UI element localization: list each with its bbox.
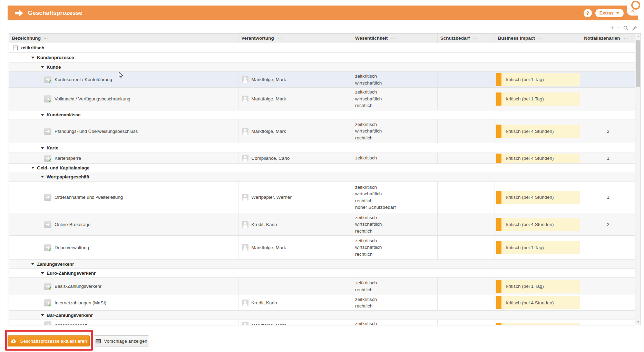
- table-cell: [581, 320, 635, 325]
- group-row-zeitkritisch[interactable]: zeitkritisch: [9, 43, 635, 53]
- settings-wrench-icon[interactable]: [632, 26, 637, 31]
- triangle-down-icon[interactable]: [41, 314, 44, 316]
- process-row-online-brokerage[interactable]: ➜Online-BrokerageKredit, Karinzeitkritis…: [9, 213, 635, 236]
- sort-arrows-icon: ▲▼: [277, 37, 282, 39]
- process-name: Orderannahme und -weiterleitung: [55, 195, 123, 200]
- help-button[interactable]: ?: [584, 9, 592, 17]
- table-cell: ➜Kassengeschäft: [9, 320, 238, 325]
- add-icon[interactable]: +: [611, 25, 614, 31]
- responsible-name: Marktfolge, Mark: [251, 77, 286, 82]
- process-row-internetzahlungen-masi-[interactable]: ➜✓Internetzahlungen (MaSI)Kredit, Karinz…: [9, 295, 635, 311]
- scenario-count: 2: [581, 129, 635, 134]
- group-label: zeitkritisch: [20, 45, 44, 50]
- triangle-down-icon[interactable]: [41, 66, 44, 68]
- process-row-basis-zahlungsverkehr[interactable]: ➜✓Basis-Zahlungsverkehrzeitkritischrecht…: [9, 278, 635, 295]
- business-impact-badge: kritisch (bei 4 Stunden): [496, 191, 580, 204]
- search-icon[interactable]: [623, 26, 628, 31]
- triangle-down-icon[interactable]: [31, 167, 35, 169]
- business-impact-badge: kritisch (bei 4 Stunden): [496, 125, 580, 138]
- table-cell: [438, 278, 495, 295]
- check-icon: ✓: [48, 98, 52, 104]
- table-cell: [581, 88, 635, 110]
- group-row-kundenanl-sse[interactable]: Kundenanlässe: [9, 110, 635, 119]
- table-cell: [438, 119, 495, 143]
- process-row-pf-ndungs-und-berweisungsbeschluss[interactable]: ➜Pfändungs- und ÜberweisungsbeschlussMar…: [9, 119, 635, 143]
- extras-button[interactable]: Extras: [595, 9, 624, 17]
- process-name: Pfändungs- und Überweisungsbeschluss: [55, 129, 138, 134]
- group-row-kundenprozesse[interactable]: Kundenprozesse: [9, 53, 635, 62]
- module-header: Geschäftsprozesse ? Extras ×: [8, 6, 638, 20]
- show-suggestions-button[interactable]: Vorschläge anzeigen: [94, 335, 149, 346]
- update-processes-button[interactable]: Geschäftsprozesse aktualisieren: [8, 335, 90, 346]
- triangle-down-icon[interactable]: [31, 57, 35, 59]
- table-cell: ➜Online-Brokerage: [9, 213, 238, 235]
- process-arrow-icon: ➜✓: [44, 76, 51, 83]
- responsible-name: Marktfolge, Mark: [251, 323, 286, 325]
- materiality-value: wirtschaftlich: [355, 80, 382, 87]
- column-header-business-impact[interactable]: Business Impact▲▼: [495, 33, 581, 43]
- process-row-orderannahme-und-weiterleitung[interactable]: ➜Orderannahme und -weiterleitungWertpapi…: [9, 182, 635, 213]
- column-label: Bezeichnung: [12, 36, 41, 41]
- process-row-depotverwaltung[interactable]: ➜✓DepotverwaltungMarktfolge, Markzeitkri…: [9, 236, 635, 260]
- materiality-value: rechtlich: [355, 135, 382, 141]
- process-name: Kontokorrent / Kontoführung: [55, 77, 112, 82]
- business-impact-badge: kritisch (bei 4 Stunden): [496, 218, 580, 231]
- person-icon: [242, 221, 248, 228]
- group-label: Wertpapiergeschäft: [47, 174, 89, 179]
- group-row-bar-zahlungsverkehr[interactable]: Bar-Zahlungsverkehr: [9, 311, 635, 320]
- scroll-up-icon[interactable]: ▲: [635, 33, 641, 39]
- sort-arrows-icon: ▲▼: [473, 37, 478, 39]
- impact-level-icon: [496, 92, 501, 106]
- impact-label: kritisch (bei 4 Stunden): [501, 191, 580, 204]
- column-header-verantwortung[interactable]: Verantwortung▲▼: [238, 33, 352, 43]
- triangle-down-icon[interactable]: [41, 147, 44, 149]
- column-header-schutzbedarf[interactable]: Schutzbedarf▲▼: [438, 33, 495, 43]
- process-row-vollmacht-verf-gungsbeschr-nkung[interactable]: ➜✓Vollmacht / VerfügungsbeschränkungMark…: [9, 88, 635, 110]
- triangle-down-icon[interactable]: [41, 176, 44, 178]
- responsible-name: Compliance, Carlo: [251, 156, 290, 161]
- group-row-karte[interactable]: Karte: [9, 143, 635, 153]
- collapse-box-icon[interactable]: [13, 46, 18, 50]
- materiality-value: zeitkritisch: [355, 237, 382, 244]
- responsible-name: Kredit, Karin: [251, 222, 277, 227]
- app-window: Geschäftsprozesse ? Extras × +− Bezeichn…: [0, 0, 644, 352]
- responsible-name: Wertpapier, Werner: [251, 195, 292, 200]
- triangle-down-icon[interactable]: [31, 263, 35, 265]
- group-row-kunde[interactable]: Kunde: [9, 62, 635, 72]
- help-icon: ?: [586, 10, 589, 16]
- notification-icon[interactable]: [631, 1, 640, 10]
- process-name: Kartensperre: [55, 156, 81, 161]
- responsible-name: Marktfolge, Mark: [251, 96, 286, 101]
- column-label: Verantwortung: [241, 36, 274, 41]
- table-cell: ➜✓Vollmacht / Verfügungsbeschränkung: [9, 88, 238, 110]
- impact-level-icon: [496, 323, 501, 325]
- group-row-geld-und-kapitalanlage[interactable]: Geld- und Kapitalanlage: [9, 164, 635, 172]
- remove-icon[interactable]: −: [617, 25, 620, 31]
- group-row-euro-zahlungsverkehr[interactable]: Euro-Zahlungsverkehr: [9, 269, 635, 278]
- triangle-down-icon[interactable]: [41, 272, 44, 274]
- table-cell: zeitkritischwirtschaftlichrechtlich: [352, 88, 438, 110]
- table-cell: kritisch (bei 1 Tag): [495, 278, 581, 295]
- column-header-wesentlichkeit[interactable]: Wesentlichkeit▲▼: [352, 33, 438, 43]
- impact-label: kritisch (bei 1 Tag): [501, 323, 580, 325]
- process-arrow-icon: ➜✓: [44, 95, 51, 102]
- process-row-kassengesch-ft[interactable]: ➜KassengeschäftMarktfolge, Markzeitkriti…: [9, 320, 635, 325]
- column-header-notfallszenarien[interactable]: Notfallszenarien▲▼: [581, 33, 635, 43]
- table-cell: Kredit, Karin: [238, 213, 352, 235]
- table-cell: Wertpapier, Werner: [238, 182, 352, 213]
- vertical-scrollbar[interactable]: ▲ ▼: [635, 33, 641, 325]
- column-header-bezeichnung[interactable]: Bezeichnung▲▼: [9, 33, 238, 43]
- table-cell: kritisch (bei 4 Stunden): [495, 119, 581, 143]
- triangle-down-icon[interactable]: [41, 114, 44, 116]
- process-row-kartensperre[interactable]: ➜✓KartensperreCompliance, Carlozeitkriti…: [9, 153, 635, 164]
- scroll-down-icon[interactable]: ▼: [635, 319, 641, 325]
- impact-label: kritisch (bei 1 Tag): [501, 92, 580, 106]
- group-label: Kunde: [47, 65, 61, 70]
- process-arrow-icon: ➜✓: [44, 299, 51, 306]
- process-row-kontokorrent-kontof-hrung[interactable]: ➜✓Kontokorrent / KontoführungMarktfolge,…: [9, 72, 635, 88]
- group-row-wertpapiergesch-ft[interactable]: Wertpapiergeschäft: [9, 172, 635, 182]
- scrollbar-thumb[interactable]: [636, 40, 640, 87]
- group-row-zahlungsverkehr[interactable]: Zahlungsverkehr: [9, 260, 635, 269]
- group-label: Bar-Zahlungsverkehr: [47, 313, 93, 318]
- column-label: Notfallszenarien: [584, 36, 620, 41]
